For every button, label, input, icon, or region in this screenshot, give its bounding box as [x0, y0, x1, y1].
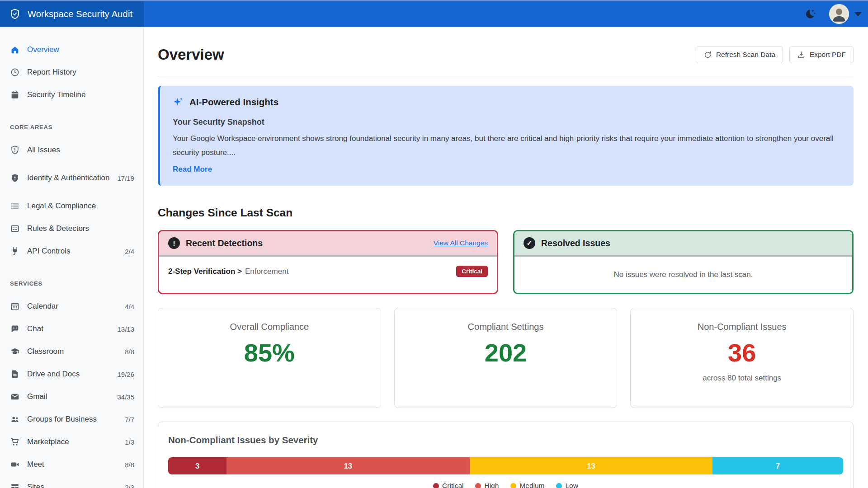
sidebar-item-all-issues[interactable]: All Issues [0, 139, 143, 161]
read-more-link[interactable]: Read More [173, 165, 212, 174]
sidebar-item-count: 7/7 [125, 416, 134, 423]
stat-card-non-compliant-issues: Non-Compliant Issues 36 across 80 total … [630, 308, 854, 408]
sidebar-item-label: Overview [27, 45, 134, 55]
resolved-issues-message: No issues were resolved in the last scan… [514, 257, 852, 293]
page-header: Overview Refresh Scan Data Export PDF [158, 45, 854, 65]
sidebar-item-identity-authentication[interactable]: Identity & Authentication 17/19 [0, 161, 143, 195]
severity-segment-high: 13 [226, 457, 470, 474]
severity-bar: 313137 [168, 457, 843, 474]
legend-dot [475, 483, 481, 488]
legend-dot [433, 483, 439, 488]
plug-icon [10, 246, 20, 256]
sidebar-item-label: Marketplace [27, 437, 118, 447]
sidebar-item-rules-detectors[interactable]: Rules & Detectors [0, 217, 143, 240]
download-icon [797, 51, 806, 59]
detection-row[interactable]: 2-Step Verification >Enforcement Critica… [159, 257, 497, 288]
sidebar-item-label: Rules & Detectors [27, 224, 127, 234]
sidebar-item-count: 19/26 [117, 371, 134, 378]
sidebar-item-label: Sites [27, 482, 118, 488]
sidebar-item-count: 13/13 [117, 325, 134, 333]
user-avatar[interactable] [829, 4, 849, 24]
severity-segment-low: 7 [712, 457, 843, 474]
resolved-issues-title: Resolved Issues [541, 238, 610, 249]
sidebar-item-count: 8/8 [125, 348, 134, 356]
sidebar-item-calendar[interactable]: Calendar 4/4 [0, 295, 143, 318]
sidebar-item-groups[interactable]: Groups for Business 7/7 [0, 408, 143, 431]
sidebar-item-overview[interactable]: Overview [0, 38, 143, 61]
ai-insights-card: AI-Powered Insights Your Security Snapsh… [158, 86, 854, 186]
legend-item-medium: Medium [510, 482, 544, 488]
dark-mode-toggle-moon-icon[interactable] [804, 8, 816, 20]
sidebar-item-marketplace[interactable]: Marketplace 1/3 [0, 431, 143, 453]
topbar: Workspace Security Audit [0, 0, 868, 27]
ai-insights-body: Your Google Workspace environment shows … [173, 131, 841, 160]
sidebar-item-label: Meet [27, 460, 118, 470]
people-icon [10, 414, 20, 424]
page-title: Overview [158, 45, 224, 65]
sidebar-item-label: Chat [27, 324, 110, 334]
severity-legend: CriticalHighMediumLow [168, 482, 843, 488]
changes-heading: Changes Since Last Scan [158, 206, 854, 220]
shield-alert-icon [10, 145, 20, 155]
sidebar-item-label: Classroom [27, 347, 118, 357]
resolved-issues-header: ✓ Resolved Issues [514, 231, 852, 257]
refresh-scan-button[interactable]: Refresh Scan Data [696, 46, 783, 63]
checklist-icon [10, 224, 20, 234]
view-all-changes-link[interactable]: View All Changes [434, 239, 488, 247]
severity-segment-critical: 3 [168, 457, 226, 474]
stat-value: 36 [631, 339, 853, 366]
app-shell: Overview Report History Security Timelin… [0, 27, 868, 488]
document-icon [10, 369, 20, 379]
detection-detail: Enforcement [245, 267, 288, 276]
account-menu-caret-icon[interactable] [854, 12, 862, 16]
sidebar-item-report-history[interactable]: Report History [0, 61, 143, 84]
ai-insights-header: AI-Powered Insights [173, 97, 841, 108]
stat-label: Non-Compliant Issues [631, 322, 853, 332]
calendar-icon [10, 90, 20, 100]
sidebar-item-label: Legal & Compliance [27, 201, 127, 211]
sidebar-item-chat[interactable]: Chat 13/13 [0, 318, 143, 340]
refresh-button-label: Refresh Scan Data [716, 51, 775, 59]
sidebar-item-classroom[interactable]: Classroom 8/8 [0, 340, 143, 363]
sidebar-item-gmail[interactable]: Gmail 34/35 [0, 385, 143, 408]
shield-person-icon [10, 173, 20, 183]
calendar-grid-icon [10, 301, 20, 311]
page-actions: Refresh Scan Data Export PDF [696, 46, 854, 63]
chat-bubble-icon [10, 324, 20, 334]
recent-detections-header: ! Recent Detections View All Changes [159, 231, 497, 257]
export-pdf-button[interactable]: Export PDF [789, 46, 854, 63]
sidebar-item-label: All Issues [27, 145, 127, 155]
sidebar-section-core-areas: CORE AREAS [0, 120, 143, 134]
sidebar-item-drive-docs[interactable]: Drive and Docs 19/26 [0, 363, 143, 385]
clock-icon [10, 67, 20, 77]
sidebar-item-label: Gmail [27, 392, 110, 402]
sidebar-item-meet[interactable]: Meet 8/8 [0, 453, 143, 476]
recent-detections-title: Recent Detections [186, 238, 263, 249]
severity-chart-title: Non-Compliant Issues by Severity [168, 434, 843, 446]
changes-row: ! Recent Detections View All Changes 2-S… [158, 230, 854, 294]
header-divider [158, 76, 854, 76]
sidebar-item-count: 8/8 [125, 461, 134, 469]
export-button-label: Export PDF [810, 51, 846, 59]
sidebar-item-count: 17/19 [117, 174, 134, 182]
shield-check-icon [9, 8, 21, 20]
sidebar-item-count: 2/3 [125, 483, 134, 488]
sidebar-item-security-timeline[interactable]: Security Timeline [0, 84, 143, 106]
sidebar-item-legal-compliance[interactable]: Legal & Compliance [0, 195, 143, 217]
sidebar-nav: Overview Report History Security Timelin… [0, 27, 144, 488]
sidebar-item-count: 2/4 [125, 248, 134, 255]
topbar-actions [144, 1, 868, 27]
legend-dot [510, 483, 516, 488]
stat-sub: across 80 total settings [631, 374, 853, 383]
cart-icon [10, 437, 20, 447]
app-brand: Workspace Security Audit [0, 1, 144, 27]
sidebar-item-sites[interactable]: Sites 2/3 [0, 476, 143, 488]
ai-insights-subtitle: Your Security Snapshot [173, 117, 841, 127]
envelope-icon [10, 392, 20, 402]
main-content: Overview Refresh Scan Data Export PDF AI… [144, 27, 868, 488]
sidebar-item-api-controls[interactable]: API Controls 2/4 [0, 240, 143, 263]
refresh-icon [703, 51, 712, 59]
legend-label: Medium [519, 482, 544, 488]
severity-segment-medium: 13 [470, 457, 713, 474]
sidebar-item-label: Groups for Business [27, 414, 118, 425]
